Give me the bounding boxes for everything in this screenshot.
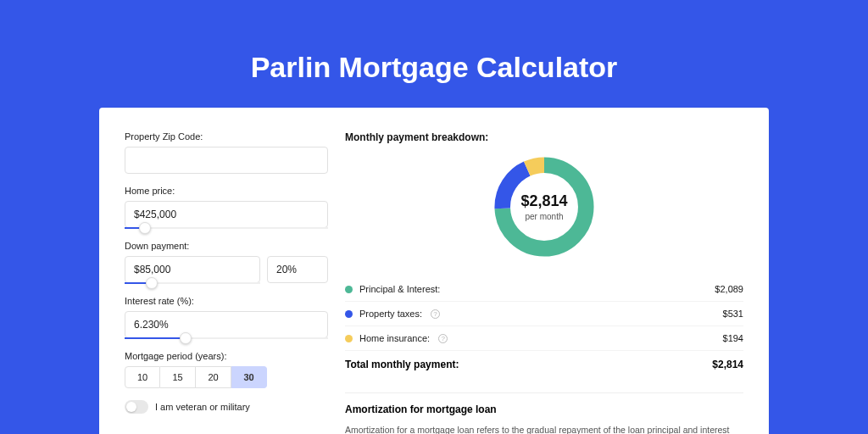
- donut-sublabel: per month: [525, 212, 563, 221]
- legend: Principal & Interest:$2,089Property taxe…: [345, 277, 743, 350]
- interest-input[interactable]: [125, 311, 328, 338]
- down-payment-amount-input[interactable]: [125, 256, 260, 283]
- home-price-input[interactable]: [125, 201, 328, 228]
- period-label: Mortgage period (years):: [125, 351, 328, 361]
- donut-center: $2,814 per month: [489, 152, 599, 262]
- info-icon[interactable]: ?: [431, 309, 440, 319]
- legend-dot-icon: [345, 310, 353, 318]
- legend-left: Property taxes:?: [345, 309, 440, 319]
- total-row: Total monthly payment: $2,814: [345, 350, 743, 381]
- donut-chart: $2,814 per month: [489, 152, 599, 262]
- amortization-title: Amortization for mortgage loan: [345, 392, 743, 415]
- period-field-group: Mortgage period (years): 10152030: [125, 351, 328, 388]
- down-payment-field-group: Down payment:: [125, 241, 328, 284]
- legend-row: Home insurance:?$194: [345, 326, 743, 350]
- legend-label: Property taxes:: [359, 309, 422, 319]
- interest-slider-thumb[interactable]: [180, 332, 192, 344]
- veteran-toggle[interactable]: [125, 400, 148, 414]
- legend-left: Home insurance:?: [345, 333, 448, 343]
- veteran-label: I am veteran or military: [155, 402, 250, 412]
- legend-value: $194: [723, 333, 743, 343]
- legend-row: Property taxes:?$531: [345, 301, 743, 326]
- interest-slider[interactable]: [125, 337, 328, 339]
- zip-label: Property Zip Code:: [125, 131, 328, 142]
- legend-dot-icon: [345, 286, 353, 293]
- info-icon[interactable]: ?: [438, 334, 448, 343]
- legend-value: $2,089: [715, 284, 743, 294]
- breakdown-title: Monthly payment breakdown:: [345, 131, 743, 143]
- calculator-card: Property Zip Code: Home price: Down paym…: [99, 108, 769, 434]
- period-button-30[interactable]: 30: [231, 366, 267, 388]
- zip-input[interactable]: [125, 147, 328, 174]
- legend-value: $531: [723, 309, 743, 319]
- period-button-row: 10152030: [125, 366, 328, 388]
- legend-dot-icon: [345, 335, 353, 342]
- down-payment-slider-thumb[interactable]: [146, 277, 158, 289]
- home-price-label: Home price:: [125, 186, 328, 196]
- total-value: $2,814: [712, 359, 743, 370]
- page-title: Parlin Mortgage Calculator: [0, 0, 868, 108]
- down-payment-label: Down payment:: [125, 241, 328, 251]
- period-button-10[interactable]: 10: [125, 366, 160, 388]
- interest-label: Interest rate (%):: [125, 296, 328, 306]
- down-payment-slider[interactable]: [125, 282, 260, 284]
- zip-field-group: Property Zip Code:: [125, 131, 328, 174]
- results-panel: Monthly payment breakdown: $2,814 per mo…: [345, 131, 743, 434]
- donut-chart-wrap: $2,814 per month: [345, 152, 743, 262]
- legend-left: Principal & Interest:: [345, 284, 440, 294]
- interest-field-group: Interest rate (%):: [125, 296, 328, 339]
- home-price-slider-thumb[interactable]: [139, 222, 151, 234]
- down-payment-percent-input[interactable]: [267, 256, 328, 283]
- period-button-20[interactable]: 20: [196, 366, 231, 388]
- legend-label: Principal & Interest:: [359, 284, 440, 294]
- donut-amount: $2,814: [520, 192, 567, 210]
- interest-slider-fill: [125, 337, 186, 339]
- legend-row: Principal & Interest:$2,089: [345, 277, 743, 301]
- amortization-body: Amortization for a mortgage loan refers …: [345, 424, 743, 434]
- home-price-slider[interactable]: [125, 227, 328, 229]
- home-price-field-group: Home price:: [125, 186, 328, 229]
- input-panel: Property Zip Code: Home price: Down paym…: [125, 131, 328, 434]
- period-button-15[interactable]: 15: [160, 366, 196, 388]
- total-label: Total monthly payment:: [345, 359, 459, 370]
- veteran-row: I am veteran or military: [125, 400, 328, 414]
- legend-label: Home insurance:: [359, 333, 430, 343]
